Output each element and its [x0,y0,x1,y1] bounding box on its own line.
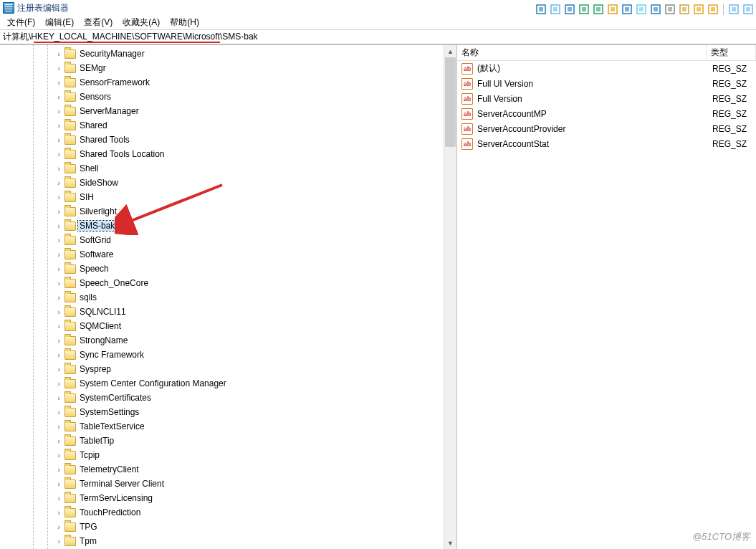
scroll-down-button[interactable]: ▼ [445,537,456,549]
value-row[interactable]: abServerAccountMPREG_SZ [457,106,756,121]
tree-item[interactable]: ›Speech_OneCore [0,276,456,290]
expand-toggle[interactable]: › [54,64,63,72]
tree-item[interactable]: ›SoftGrid [0,233,456,247]
tree-item[interactable]: ›Sensors [0,90,456,104]
tree-item[interactable]: ›sqlls [0,290,456,305]
value-row[interactable]: abServerAccountProviderREG_SZ [457,121,756,136]
expand-toggle[interactable]: › [54,92,63,101]
menu-item[interactable]: 文件(F) [3,16,39,29]
tree-item[interactable]: ›Tpm [0,534,456,548]
tree-item[interactable]: ›TableTextService [0,419,456,434]
tree-item[interactable]: ›Sysprep [0,362,456,376]
doc3-icon[interactable] [649,3,662,16]
tree-item[interactable]: ›System Center Configuration Manager [0,376,456,391]
menu-item[interactable]: 查看(V) [80,16,117,29]
column-header-type[interactable]: 类型 [707,45,756,60]
menu-item[interactable]: 收藏夹(A) [118,16,164,29]
check-icon[interactable] [535,3,547,16]
expand-toggle[interactable]: › [54,393,63,402]
tree-item[interactable]: ›SecurityManager [0,47,456,61]
value-row[interactable]: abFull UI VersionREG_SZ [457,76,756,91]
tree-item[interactable]: ›Terminal Server Client [0,477,456,491]
expand-toggle[interactable]: › [54,107,63,115]
expand-toggle[interactable]: › [54,164,63,173]
tree-item[interactable]: ›Speech [0,262,456,276]
block-icon[interactable] [664,3,676,16]
scroll-thumb[interactable] [445,47,456,147]
win2-icon[interactable] [742,3,755,16]
tree-item[interactable]: ›TermServLicensing [0,491,456,505]
tree-item[interactable]: ›ServerManager [0,104,456,118]
value-row[interactable]: abFull VersionREG_SZ [457,91,756,106]
tree-item[interactable]: ›TPG [0,520,456,534]
doc2-icon[interactable] [563,3,576,16]
expand-toggle[interactable]: › [54,236,63,244]
tree-item[interactable]: ›Shell [0,161,456,176]
expand-toggle[interactable]: › [54,49,63,58]
expand-toggle[interactable]: › [54,150,63,158]
export-icon[interactable] [578,3,590,16]
expand-toggle[interactable]: › [54,207,63,216]
expand-toggle[interactable]: › [54,250,63,259]
tree-panel[interactable]: ›SecurityManager›SEMgr›SensorFramework›S… [0,45,457,549]
expand-toggle[interactable]: › [54,350,63,359]
expand-toggle[interactable]: › [54,221,63,230]
expand-toggle[interactable]: › [54,365,63,373]
tree-item[interactable]: ›StrongName [0,333,456,348]
expand-toggle[interactable]: › [54,494,63,502]
tree-item[interactable]: ›Silverlight [0,204,456,219]
tree-item[interactable]: ›SQLNCLI11 [0,305,456,319]
expand-toggle[interactable]: › [54,408,63,416]
expand-toggle[interactable]: › [54,178,63,187]
expand-toggle[interactable]: › [54,135,63,144]
tree-item[interactable]: ›Sync Framework [0,348,456,362]
value-row[interactable]: ab(默认)REG_SZ [457,61,756,76]
tree-item[interactable]: ›SEMgr [0,61,456,75]
column-header-name[interactable]: 名称 [457,45,707,60]
tree-item[interactable]: ›SystemSettings [0,405,456,419]
menu-item[interactable]: 帮助(H) [166,16,204,29]
tree-item[interactable]: ›SensorFramework [0,75,456,90]
expand-toggle[interactable]: › [54,537,63,545]
tree-item[interactable]: ›Shared [0,118,456,133]
expand-toggle[interactable]: › [54,479,63,488]
tree-item[interactable]: ›Software [0,247,456,262]
tree-item[interactable]: ›SideShow [0,176,456,190]
expand-toggle[interactable]: › [54,322,63,330]
values-panel[interactable]: 名称 类型 ab(默认)REG_SZabFull UI VersionREG_S… [457,45,756,549]
value-row[interactable]: abServerAccountStatREG_SZ [457,136,756,151]
doc1-icon[interactable] [549,3,562,16]
expand-toggle[interactable]: › [54,508,63,517]
tree-item[interactable]: ›SystemCertificates [0,391,456,405]
tree-item[interactable]: ›TelemetryClient [0,462,456,477]
warn-icon[interactable] [606,3,619,16]
expand-toggle[interactable]: › [54,336,63,345]
tree-item[interactable]: ›Shared Tools Location [0,147,456,161]
lock-icon[interactable] [692,3,705,16]
phone-icon[interactable] [635,3,648,16]
expand-toggle[interactable]: › [54,422,63,431]
expand-toggle[interactable]: › [54,379,63,388]
attach-icon[interactable] [621,3,633,16]
refresh-icon[interactable] [592,3,605,16]
expand-toggle[interactable]: › [54,78,63,87]
expand-toggle[interactable]: › [54,465,63,474]
tree-item[interactable]: ›SQMClient [0,319,456,333]
expand-toggle[interactable]: › [54,121,63,130]
expand-toggle[interactable]: › [54,293,63,302]
copy-icon[interactable] [678,3,691,16]
win1-icon[interactable] [727,3,740,16]
expand-toggle[interactable]: › [54,436,63,445]
expand-toggle[interactable]: › [54,451,63,459]
expand-toggle[interactable]: › [54,193,63,201]
scroll-up-button[interactable]: ▲ [445,45,456,57]
expand-toggle[interactable]: › [54,522,63,531]
tree-item[interactable]: ›Shared Tools [0,133,456,147]
tree-item[interactable]: ›TabletTip [0,434,456,448]
tree-item[interactable]: ›Tcpip [0,448,456,462]
expand-toggle[interactable]: › [54,307,63,316]
tree-item[interactable]: ›SIH [0,190,456,204]
address-bar[interactable]: 计算机\HKEY_LOCAL_MACHINE\SOFTWARE\Microsof… [0,30,756,44]
expand-toggle[interactable]: › [54,264,63,273]
expand-toggle[interactable]: › [54,279,63,287]
